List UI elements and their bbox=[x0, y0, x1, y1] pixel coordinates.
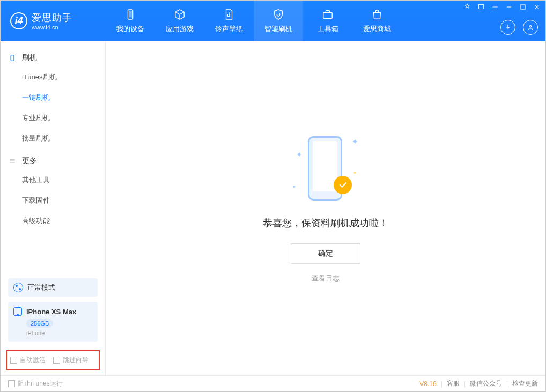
phone-icon bbox=[13, 307, 22, 316]
svg-rect-2 bbox=[323, 12, 333, 18]
sidebar-item-itunes-flash[interactable]: iTunes刷机 bbox=[1, 67, 105, 87]
window-controls bbox=[463, 3, 541, 11]
checkbox-label: 跳过向导 bbox=[63, 356, 88, 365]
nav-label: 爱思商城 bbox=[363, 24, 391, 34]
sidebar-item-batch-flash[interactable]: 批量刷机 bbox=[1, 128, 105, 149]
view-log-link[interactable]: 查看日志 bbox=[312, 273, 340, 283]
download-button[interactable] bbox=[500, 20, 515, 35]
cube-icon bbox=[173, 8, 186, 21]
header-bar: i4 爱思助手 www.i4.cn 我的设备 应用游戏 铃声壁纸 智能刷机 工具… bbox=[1, 1, 545, 41]
device-name: iPhone XS Max bbox=[26, 308, 76, 316]
nav-apps-games[interactable]: 应用游戏 bbox=[155, 1, 204, 41]
footer-link-update[interactable]: 检查更新 bbox=[512, 379, 538, 388]
checkbox-icon bbox=[53, 357, 60, 364]
device-icon bbox=[124, 8, 137, 21]
theme-icon[interactable] bbox=[463, 3, 471, 11]
menu-icon[interactable] bbox=[491, 3, 499, 11]
sidebar-item-advanced[interactable]: 高级功能 bbox=[1, 211, 105, 231]
svg-rect-1 bbox=[129, 11, 132, 18]
nav-label: 工具箱 bbox=[318, 24, 338, 34]
app-name: 爱思助手 bbox=[32, 11, 72, 24]
nav-smart-flash[interactable]: 智能刷机 bbox=[254, 1, 303, 41]
close-icon[interactable] bbox=[533, 3, 541, 11]
sidebar-item-download-firmware[interactable]: 下载固件 bbox=[1, 190, 105, 211]
svg-point-5 bbox=[529, 26, 532, 28]
checkbox-label: 阻止iTunes运行 bbox=[18, 379, 63, 388]
device-family: iPhone bbox=[26, 330, 92, 336]
shield-refresh-icon bbox=[272, 8, 285, 21]
svg-rect-4 bbox=[521, 5, 525, 9]
app-url: www.i4.cn bbox=[32, 24, 72, 31]
sidebar-item-other-tools[interactable]: 其他工具 bbox=[1, 170, 105, 190]
success-message: 恭喜您，保资料刷机成功啦！ bbox=[263, 217, 388, 230]
checkbox-block-itunes[interactable]: 阻止iTunes运行 bbox=[8, 379, 63, 388]
sparkle-icon: • bbox=[353, 168, 356, 177]
svg-rect-6 bbox=[11, 55, 14, 61]
music-file-icon bbox=[223, 8, 235, 21]
list-icon bbox=[8, 157, 17, 165]
header-actions bbox=[500, 20, 538, 35]
mode-icon bbox=[13, 283, 23, 292]
nav-label: 应用游戏 bbox=[166, 24, 194, 34]
maximize-icon[interactable] bbox=[519, 3, 527, 11]
success-illustration: ✦ ✦ • • bbox=[296, 134, 355, 204]
nav-my-device[interactable]: 我的设备 bbox=[106, 1, 155, 41]
sidebar-group-more: 更多 其他工具 下载固件 高级功能 bbox=[1, 152, 105, 231]
logo-area: i4 爱思助手 www.i4.cn bbox=[1, 11, 106, 31]
app-logo-icon: i4 bbox=[10, 12, 27, 29]
ok-button[interactable]: 确定 bbox=[291, 243, 360, 264]
nav-label: 铃声壁纸 bbox=[215, 24, 243, 34]
bag-icon bbox=[371, 8, 383, 21]
toolbox-icon bbox=[321, 8, 334, 21]
phone-icon bbox=[8, 54, 17, 62]
nav-ringtone-wallpaper[interactable]: 铃声壁纸 bbox=[204, 1, 254, 41]
footer-bar: 阻止iTunes运行 V8.16 | 客服 | 微信公众号 | 检查更新 bbox=[1, 375, 545, 391]
checkbox-icon bbox=[8, 380, 15, 387]
sparkle-icon: ✦ bbox=[296, 150, 302, 159]
version-label: V8.16 bbox=[419, 380, 436, 388]
account-button[interactable] bbox=[523, 20, 538, 35]
checkbox-label: 自动激活 bbox=[20, 356, 46, 365]
nav-toolbox[interactable]: 工具箱 bbox=[303, 1, 352, 41]
sidebar-group-flash: 刷机 iTunes刷机 一键刷机 专业刷机 批量刷机 bbox=[1, 49, 105, 149]
nav-label: 智能刷机 bbox=[264, 24, 292, 34]
footer-link-wechat[interactable]: 微信公众号 bbox=[470, 379, 502, 388]
storage-pill: 256GB bbox=[26, 319, 53, 328]
sidebar-item-pro-flash[interactable]: 专业刷机 bbox=[1, 108, 105, 128]
mode-label: 正常模式 bbox=[27, 283, 55, 292]
device-card[interactable]: iPhone XS Max 256GB iPhone bbox=[8, 302, 98, 342]
device-mode-row[interactable]: 正常模式 bbox=[8, 278, 98, 297]
sidebar: 刷机 iTunes刷机 一键刷机 专业刷机 批量刷机 更多 其他工具 下载固件 … bbox=[1, 41, 106, 375]
main-panel: ✦ ✦ • • 恭喜您，保资料刷机成功啦！ 确定 查看日志 bbox=[106, 41, 545, 375]
main-nav: 我的设备 应用游戏 铃声壁纸 智能刷机 工具箱 爱思商城 bbox=[106, 1, 402, 41]
sparkle-icon: • bbox=[293, 182, 296, 191]
feedback-icon[interactable] bbox=[477, 3, 485, 11]
group-title: 更多 bbox=[22, 156, 37, 166]
check-badge-icon bbox=[334, 176, 352, 194]
sidebar-item-oneclick-flash[interactable]: 一键刷机 bbox=[1, 87, 105, 108]
minimize-icon[interactable] bbox=[505, 3, 513, 11]
nav-label: 我的设备 bbox=[116, 24, 144, 34]
sparkle-icon: ✦ bbox=[352, 137, 358, 146]
group-title: 刷机 bbox=[22, 53, 37, 63]
nav-store[interactable]: 爱思商城 bbox=[352, 1, 402, 41]
highlight-box: 自动激活 跳过向导 bbox=[6, 350, 100, 370]
footer-link-support[interactable]: 客服 bbox=[447, 379, 460, 388]
checkbox-icon bbox=[10, 357, 17, 364]
checkbox-skip-guide[interactable]: 跳过向导 bbox=[53, 356, 88, 365]
checkbox-auto-activate[interactable]: 自动激活 bbox=[10, 356, 46, 365]
svg-rect-3 bbox=[478, 4, 483, 9]
